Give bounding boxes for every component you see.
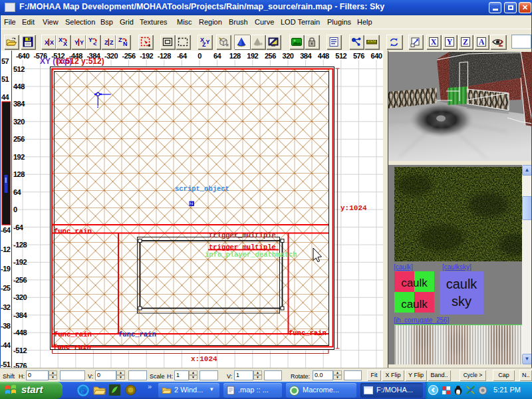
svg-text:X: X — [50, 39, 54, 46]
svg-text:128: 128 — [229, 52, 241, 60]
svg-text:Y: Y — [88, 37, 92, 43]
svg-text:info_player_deathmatch: info_player_deathmatch — [205, 251, 297, 259]
svg-text:256: 256 — [13, 135, 25, 143]
svg-text:0: 0 — [13, 205, 17, 213]
svg-text:57: 57 — [1, 57, 9, 65]
svg-text:-64: -64 — [1, 226, 11, 234]
svg-text:192: 192 — [13, 153, 25, 161]
svg-text:-51: -51 — [1, 360, 11, 368]
svg-text:-320: -320 — [13, 293, 27, 301]
svg-text:[caulksky]: [caulksky] — [442, 263, 471, 271]
svg-text:trigger_multiple: trigger_multiple — [209, 231, 276, 239]
svg-text:func_rain: func_rain — [54, 331, 92, 338]
svg-text:64: 64 — [13, 188, 22, 196]
svg-text:512: 512 — [13, 65, 25, 73]
svg-text:-320: -320 — [104, 52, 118, 60]
svg-text:-128: -128 — [158, 52, 171, 60]
svg-text:640: 640 — [371, 52, 382, 60]
svg-text:Y: Y — [447, 37, 453, 47]
svg-text:A: A — [479, 37, 485, 47]
svg-text:e: e — [80, 386, 84, 396]
svg-text:512: 512 — [335, 52, 346, 60]
svg-text:-12: -12 — [1, 245, 11, 253]
svg-text:-25: -25 — [1, 284, 11, 292]
svg-text:0: 0 — [198, 52, 201, 60]
svg-text:Z: Z — [110, 39, 114, 46]
svg-text:-192: -192 — [13, 258, 27, 266]
svg-text:384: 384 — [300, 52, 312, 60]
svg-text:Y: Y — [74, 39, 78, 46]
svg-text:script_object: script_object — [175, 185, 229, 193]
svg-text:X: X — [59, 37, 63, 43]
svg-text:448: 448 — [13, 82, 25, 90]
svg-text:func_rain: func_rain — [118, 331, 156, 338]
svg-text:-576: -576 — [13, 362, 27, 368]
svg-text:-512: -512 — [13, 346, 27, 354]
svg-text:192: 192 — [247, 52, 258, 60]
svg-text:-38: -38 — [1, 322, 11, 330]
svg-text:caulk: caulk — [401, 277, 428, 289]
svg-text:X: X — [63, 41, 67, 47]
svg-text:X: X — [431, 37, 437, 47]
svg-text:func_rain: func_rain — [289, 329, 327, 337]
svg-text:N: N — [123, 41, 128, 47]
svg-text:<: < — [93, 41, 96, 47]
svg-text:x:1024: x:1024 — [191, 355, 217, 363]
svg-text:-64: -64 — [177, 52, 188, 60]
svg-text:-64: -64 — [13, 223, 24, 231]
svg-text:Z: Z — [104, 39, 108, 46]
svg-text:448: 448 — [318, 52, 329, 60]
svg-text:-448: -448 — [13, 329, 27, 336]
svg-text:51: 51 — [1, 75, 9, 83]
svg-text:384: 384 — [13, 100, 25, 108]
svg-text:y:1024: y:1024 — [340, 204, 367, 212]
svg-text:Y: Y — [206, 39, 210, 45]
svg-text:-384: -384 — [13, 311, 27, 319]
svg-text:128: 128 — [13, 170, 25, 178]
svg-text:-44: -44 — [1, 341, 11, 349]
svg-text:-128: -128 — [13, 241, 27, 249]
svg-text:44: 44 — [1, 93, 10, 101]
svg-text:576: 576 — [353, 52, 364, 60]
svg-text:sky: sky — [452, 294, 471, 309]
svg-text:256: 256 — [265, 52, 276, 60]
svg-text:Y: Y — [80, 39, 84, 46]
svg-text:-256: -256 — [13, 276, 27, 284]
svg-text:-19: -19 — [1, 265, 11, 273]
svg-text:func_rain: func_rain — [53, 343, 91, 351]
svg-text:[caulk]: [caulk] — [394, 263, 413, 271]
svg-text:320: 320 — [283, 52, 294, 60]
svg-text:-640: -640 — [16, 52, 29, 60]
svg-text:func_rain: func_rain — [54, 227, 92, 235]
svg-text:caulk: caulk — [401, 298, 428, 311]
svg-text:2: 2 — [499, 39, 503, 49]
svg-text:-192: -192 — [140, 52, 153, 60]
svg-text:320: 320 — [13, 118, 25, 126]
svg-text:Z: Z — [463, 37, 468, 47]
svg-text:Z: Z — [118, 37, 122, 43]
svg-text:(x:512 y:512): (x:512 y:512) — [56, 57, 104, 66]
svg-text:-256: -256 — [122, 52, 136, 60]
svg-text:-32: -32 — [1, 303, 11, 311]
svg-text:64: 64 — [213, 52, 222, 60]
svg-text:[jh_corrugate_256]: [jh_corrugate_256] — [394, 317, 450, 324]
svg-text:X: X — [45, 39, 49, 46]
svg-text:caulk: caulk — [446, 277, 478, 291]
